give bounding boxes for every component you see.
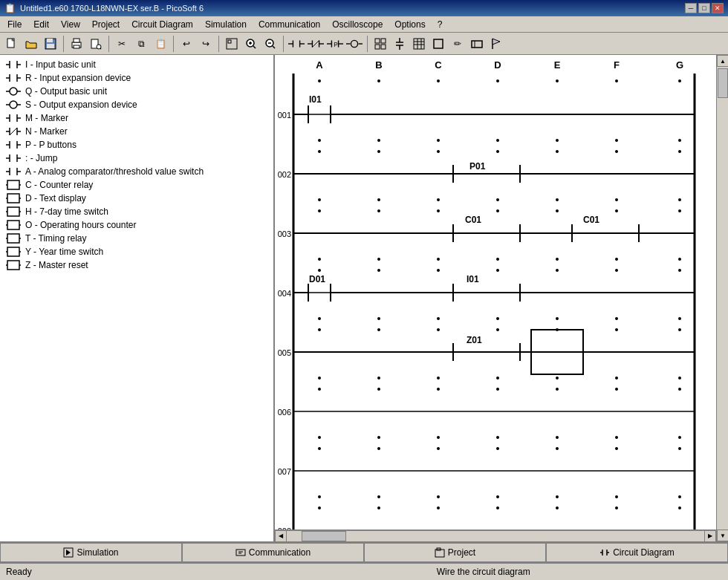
coil-button[interactable] [345, 35, 363, 53]
component-R[interactable]: R - Input expansion device [0, 71, 273, 85]
menu-simulation[interactable]: Simulation [199, 16, 253, 32]
menu-oscilloscope[interactable]: Oscilloscope [326, 16, 389, 32]
pencil-button[interactable]: ✏ [449, 35, 467, 53]
menu-file[interactable]: File [1, 16, 27, 32]
undo-button[interactable]: ↩ [178, 35, 195, 53]
hscroll-thumb[interactable] [302, 531, 346, 541]
svg-point-35 [351, 40, 357, 47]
tab-simulation[interactable]: Simulation [0, 543, 182, 562]
menu-project[interactable]: Project [86, 16, 126, 32]
dot [615, 209, 618, 212]
col-header-F: F [614, 59, 620, 71]
contact-p-button[interactable]: P [326, 35, 344, 53]
svg-rect-38 [381, 39, 386, 43]
zoom-fit-button[interactable] [223, 35, 241, 53]
component-I[interactable]: I - Input basic unit [0, 58, 273, 71]
flag-button[interactable] [487, 35, 505, 53]
svg-rect-102 [7, 234, 19, 243]
component-O[interactable]: O - Operating hours counter [0, 218, 273, 232]
paste-button[interactable]: 📋 [152, 35, 169, 53]
dot [377, 328, 380, 331]
print-button[interactable] [68, 35, 85, 53]
component-H-label: H - 7-day time switch [25, 206, 108, 217]
dot [556, 388, 559, 391]
horizontal-scrollbar[interactable]: ◀ ▶ [275, 530, 716, 541]
tab-project-label: Project [448, 547, 475, 558]
component-P[interactable]: P - P buttons [0, 138, 273, 151]
cut-button[interactable]: ✂ [113, 35, 131, 53]
component-H[interactable]: H - 7-day time switch [0, 205, 273, 218]
vscroll-track[interactable] [717, 67, 728, 530]
svg-rect-45 [414, 39, 424, 49]
menu-view[interactable]: View [55, 16, 86, 32]
maximize-button[interactable]: □ [698, 3, 710, 13]
dot [496, 436, 499, 439]
dot [556, 377, 559, 379]
svg-rect-105 [7, 247, 19, 256]
vscroll-thumb[interactable] [718, 68, 728, 98]
canvas-scroll[interactable]: A B C D E F G 001 [275, 55, 716, 530]
menu-help[interactable]: ? [432, 16, 449, 32]
dot [678, 436, 681, 439]
component-Z[interactable]: Z - Master reset [0, 258, 273, 272]
svg-rect-3 [47, 39, 53, 42]
dot [556, 150, 559, 153]
contact-no-v-button[interactable] [391, 35, 409, 53]
component-T[interactable]: T - Timing relay [0, 232, 273, 245]
dot [678, 258, 681, 261]
new-button[interactable] [3, 35, 21, 53]
eraser-button[interactable] [468, 35, 486, 53]
component-S[interactable]: S - Output expansion device [0, 98, 273, 111]
hscroll-left-btn[interactable]: ◀ [275, 530, 287, 542]
component-C-label: C - Counter relay [25, 180, 93, 190]
box-button[interactable] [429, 35, 447, 53]
component-Q-label: Q - Output basic unit [25, 86, 107, 97]
table-button[interactable] [410, 35, 428, 53]
copy-button[interactable]: ⧉ [132, 35, 150, 53]
dot [678, 328, 681, 331]
menu-communication[interactable]: Communication [253, 16, 326, 32]
tab-circuit-diagram[interactable]: Circuit Diagram [546, 543, 728, 562]
dot [615, 269, 618, 272]
tab-project[interactable]: Project [364, 543, 546, 562]
save-button[interactable] [42, 35, 59, 53]
menu-circuit-diagram[interactable]: Circuit Diagram [126, 16, 199, 32]
ladder-diagram[interactable]: A B C D E F G 001 [275, 55, 706, 530]
dot [496, 269, 499, 272]
canvas-area[interactable]: A B C D E F G 001 [275, 55, 716, 541]
menu-edit[interactable]: Edit [27, 16, 55, 32]
contact-no-h-button[interactable] [287, 35, 305, 53]
component-M[interactable]: M - Marker [0, 111, 273, 125]
component-Y[interactable]: Y - Year time switch [0, 245, 273, 258]
dot [318, 436, 321, 439]
zoom-in-button[interactable] [242, 35, 260, 53]
hscroll-track[interactable] [287, 530, 704, 542]
zoom-out-button[interactable] [261, 35, 279, 53]
vertical-scrollbar[interactable]: ▲ ▼ [716, 55, 728, 541]
grid-button[interactable] [371, 35, 389, 53]
vscroll-up-btn[interactable]: ▲ [717, 55, 728, 67]
component-C[interactable]: C - Counter relay [0, 178, 273, 192]
menu-options[interactable]: Options [389, 16, 431, 32]
label-P01: P01 [469, 161, 486, 172]
dot [615, 258, 618, 261]
component-Q[interactable]: Q - Output basic unit [0, 85, 273, 98]
component-jump[interactable]: : - Jump [0, 151, 273, 165]
redo-button[interactable]: ↪ [197, 35, 215, 53]
dot [437, 377, 440, 379]
component-A[interactable]: A - Analog comparator/threshold value sw… [0, 165, 273, 178]
minimize-button[interactable]: ─ [685, 3, 697, 13]
component-N[interactable]: N - Marker [0, 125, 273, 138]
row-006: 006 [278, 408, 291, 417]
vscroll-down-btn[interactable]: ▼ [717, 530, 728, 541]
close-button[interactable]: ✕ [712, 3, 724, 13]
contact-nc-h-button[interactable] [307, 35, 325, 53]
sim-icon [63, 547, 74, 558]
tab-communication[interactable]: Communication [182, 543, 364, 562]
component-O-label: O - Operating hours counter [25, 220, 136, 230]
hscroll-right-btn[interactable]: ▶ [704, 530, 716, 542]
open-button[interactable] [22, 35, 40, 53]
component-D[interactable]: D - Text display [0, 192, 273, 205]
print-preview-button[interactable] [87, 35, 105, 53]
svg-line-19 [273, 46, 275, 48]
